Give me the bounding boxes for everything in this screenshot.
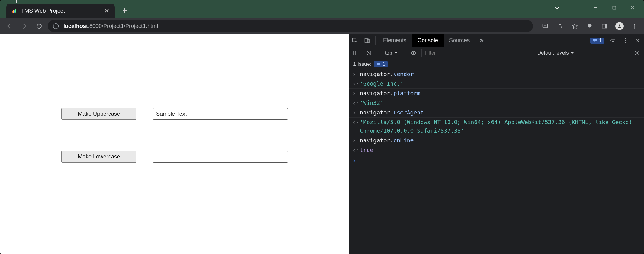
nav-back-button[interactable]	[3, 20, 16, 32]
form-row-upper: Make Uppercase	[61, 108, 288, 120]
issue-count: 1	[383, 61, 386, 67]
chat-icon	[377, 62, 381, 66]
eye-icon	[410, 50, 417, 56]
console-sidebar-toggle[interactable]	[351, 48, 361, 58]
context-label: top	[385, 50, 392, 56]
tab-elements[interactable]: Elements	[378, 34, 412, 47]
chrome-window: TMS Web Project localhost:8000/Project1	[0, 0, 644, 254]
arrow-left-icon: ‹·	[352, 146, 356, 154]
inspect-element-button[interactable]	[349, 34, 361, 47]
extensions-button[interactable]	[583, 20, 596, 32]
inspect-icon	[352, 38, 358, 44]
log-output-row: ‹·true	[349, 145, 644, 155]
live-expression-button[interactable]	[408, 48, 419, 58]
issue-label: 1 Issue:	[353, 61, 372, 67]
share-button[interactable]	[553, 20, 566, 32]
gear-icon	[634, 50, 640, 56]
console-filter-input[interactable]	[421, 49, 533, 57]
plus-icon	[122, 8, 127, 13]
gear-icon	[610, 38, 616, 44]
devtools-panel: Elements Console Sources 1 top	[349, 34, 644, 254]
log-command: navigator.platform	[360, 89, 420, 98]
svg-point-8	[634, 24, 635, 25]
chevron-down-icon	[554, 5, 560, 11]
share-icon	[557, 23, 563, 29]
log-command: navigator.userAgent	[360, 108, 424, 117]
web-page: Make Uppercase Make Lowercase	[0, 34, 349, 254]
toolbar-actions	[535, 20, 641, 32]
tab-sources[interactable]: Sources	[444, 34, 475, 47]
site-info-button[interactable]	[53, 23, 59, 29]
sidepanel-button[interactable]	[598, 20, 611, 32]
log-input-row: ›navigator.vendor	[349, 69, 644, 79]
arrow-left-icon: ‹·	[352, 99, 356, 107]
favicon-icon	[11, 8, 17, 14]
kebab-icon	[622, 38, 628, 44]
devtools-settings-button[interactable]	[607, 34, 619, 47]
arrow-right-icon: ›	[352, 89, 356, 98]
make-lowercase-button[interactable]: Make Lowercase	[61, 151, 136, 163]
svg-point-21	[636, 52, 638, 54]
console-toolbar: top Default levels	[349, 47, 644, 59]
form-row-lower: Make Lowercase	[61, 151, 288, 163]
text-input-2[interactable]	[153, 151, 288, 163]
nav-reload-button[interactable]	[33, 20, 45, 32]
issues-indicator[interactable]: 1	[588, 34, 607, 47]
triangle-down-icon	[571, 51, 574, 55]
log-result: 'Mozilla/5.0 (Windows NT 10.0; Win64; x6…	[360, 118, 640, 135]
tab-close-button[interactable]	[104, 8, 110, 14]
clear-console-button[interactable]	[364, 48, 374, 58]
browser-menu-button[interactable]	[628, 20, 641, 32]
svg-point-14	[612, 40, 614, 42]
console-settings-button[interactable]	[632, 48, 642, 58]
svg-point-10	[634, 27, 635, 28]
window-maximize-button[interactable]	[605, 1, 624, 14]
console-issue-bar[interactable]: 1 Issue: 1	[349, 59, 644, 69]
puzzle-icon	[587, 23, 593, 29]
url-path: :8000/Project1/Project1.html	[88, 23, 158, 29]
arrow-right-icon	[21, 23, 28, 29]
nav-forward-button[interactable]	[18, 20, 30, 32]
log-input-row: ›navigator.platform	[349, 89, 644, 98]
browser-tab[interactable]: TMS Web Project	[6, 4, 115, 18]
install-app-button[interactable]	[539, 20, 552, 32]
text-input-1[interactable]	[153, 108, 288, 120]
arrow-left-icon: ‹·	[352, 79, 356, 88]
svg-rect-0	[613, 6, 616, 9]
svg-rect-6	[605, 24, 607, 28]
close-icon	[105, 9, 109, 13]
tab-search-button[interactable]	[551, 2, 563, 14]
more-tabs-button[interactable]	[475, 34, 488, 47]
new-tab-button[interactable]	[120, 6, 129, 15]
divider	[375, 36, 376, 45]
close-icon	[635, 38, 640, 43]
context-selector[interactable]: top	[383, 50, 399, 56]
bookmark-button[interactable]	[568, 20, 581, 32]
tab-title: TMS Web Project	[21, 8, 65, 14]
log-command: navigator.onLine	[360, 136, 414, 145]
chevrons-right-icon	[479, 38, 484, 43]
install-icon	[542, 23, 548, 29]
tab-console[interactable]: Console	[412, 34, 444, 47]
console-prompt[interactable]: ›	[349, 155, 644, 166]
log-output-row: ‹·'Google Inc.'	[349, 79, 644, 89]
log-levels-selector[interactable]: Default levels	[535, 50, 576, 56]
device-toolbar-button[interactable]	[361, 34, 373, 47]
arrow-right-icon: ›	[352, 136, 356, 145]
omnibox[interactable]: localhost:8000/Project1/Project1.html	[48, 20, 533, 32]
make-uppercase-button[interactable]: Make Uppercase	[61, 108, 136, 120]
reload-icon	[36, 23, 42, 29]
log-result: 'Win32'	[360, 99, 383, 107]
profile-button[interactable]	[613, 20, 626, 32]
svg-point-7	[619, 25, 620, 26]
triangle-down-icon	[394, 51, 397, 55]
svg-rect-3	[56, 26, 56, 28]
window-close-button[interactable]	[624, 1, 642, 14]
url-text: localhost:8000/Project1/Project1.html	[63, 23, 158, 29]
devtools-close-button[interactable]	[632, 34, 644, 47]
minimize-icon	[593, 5, 598, 10]
devtools-menu-button[interactable]	[619, 34, 632, 47]
console-log[interactable]: ›navigator.vendor ‹·'Google Inc.' ›navig…	[349, 69, 644, 254]
arrow-left-icon: ‹·	[352, 118, 356, 127]
window-minimize-button[interactable]	[586, 1, 605, 14]
